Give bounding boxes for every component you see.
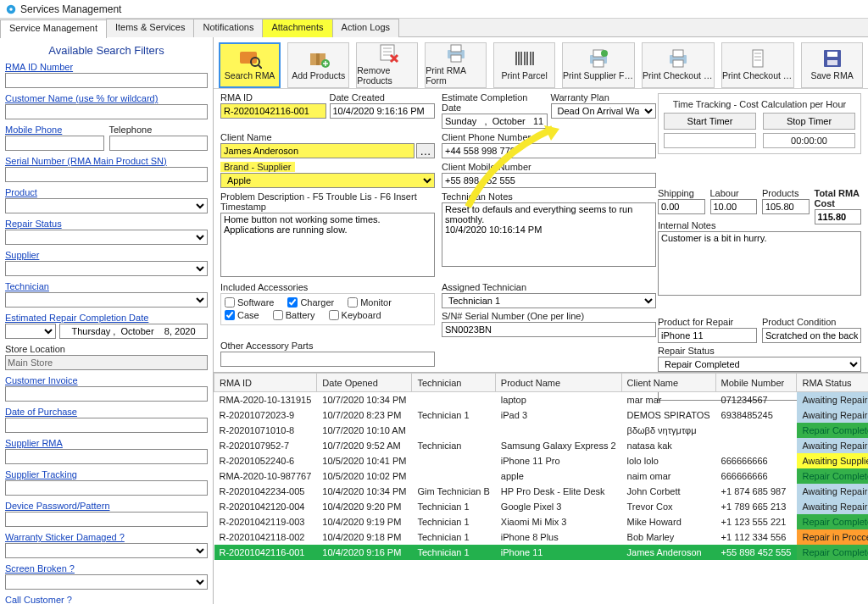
table-header[interactable]: RMA Status	[797, 374, 868, 392]
table-header[interactable]: Mobile Number	[715, 374, 797, 392]
stop-timer-button[interactable]: Stop Timer	[763, 113, 855, 130]
brand-select[interactable]: Apple	[220, 173, 435, 188]
table-row[interactable]: R-20201042234-00510/4/2020 10:34 PMGim T…	[214, 484, 869, 499]
client-lookup-button[interactable]: …	[416, 143, 435, 158]
table-row[interactable]: R-20201042118-00210/4/2020 9:18 PMTechni…	[214, 529, 869, 545]
filter-mobile[interactable]	[5, 136, 104, 151]
internal-notes-textarea[interactable]: Customer is a bit in hurry.	[658, 231, 861, 296]
label-supplier-rma[interactable]: Supplier RMA	[5, 438, 208, 448]
filter-invoice[interactable]	[5, 386, 208, 402]
label-customer-name[interactable]: Customer Name (use % for wildcard)	[5, 93, 208, 103]
repair-status-select[interactable]: Repair Completed	[658, 357, 861, 372]
tech-notes-textarea[interactable]: Reset to defauls and everything seems to…	[442, 202, 656, 267]
label-mobile[interactable]: Mobile Phone	[5, 125, 104, 135]
add-products-button[interactable]: Add Products	[287, 42, 349, 88]
filter-supplier-tracking[interactable]	[5, 480, 208, 496]
acc-battery[interactable]: Battery	[273, 310, 315, 320]
label-warranty-sticker[interactable]: Warranty Sticker Damaged ?	[5, 532, 208, 542]
print-checkout-ticket-button[interactable]: Print Checkout Ticket	[721, 42, 794, 88]
label-repair-status[interactable]: Repair Status	[5, 219, 208, 229]
filter-technician[interactable]	[5, 292, 208, 308]
label-est-date[interactable]: Estimated Repair Completion Date	[5, 313, 208, 323]
table-row[interactable]: R-20201042120-00410/4/2020 9:20 PMTechni…	[214, 499, 869, 514]
save-rma-button[interactable]: Save RMA	[801, 42, 863, 88]
filter-telephone[interactable]	[109, 136, 209, 151]
filter-purchase[interactable]	[5, 418, 208, 433]
table-row[interactable]: RMA-2020-10-13191510/7/2020 10:34 PMlapt…	[214, 392, 869, 407]
filter-screen-broken[interactable]	[5, 574, 208, 590]
acc-keyboard[interactable]: Keyboard	[329, 310, 381, 320]
acc-software[interactable]: Software	[225, 297, 274, 308]
table-row[interactable]: R-20201042119-00310/4/2020 9:19 PMTechni…	[214, 514, 869, 529]
label-rma-id[interactable]: RMA ID Number	[5, 62, 208, 72]
print-parcel-button[interactable]: Print Parcel	[493, 42, 555, 88]
filter-warranty-sticker[interactable]	[5, 543, 208, 558]
client-phone-input[interactable]	[442, 143, 656, 158]
client-name-input[interactable]	[220, 143, 415, 158]
filter-supplier-rma[interactable]	[5, 449, 208, 464]
tab-service-management[interactable]: Service Management	[0, 19, 107, 38]
label-screen-broken[interactable]: Screen Broken ?	[5, 563, 208, 574]
label-device-pw[interactable]: Device Password/Pattern	[5, 501, 208, 511]
search-rma-button[interactable]: Search RMA	[219, 42, 281, 88]
label-invoice[interactable]: Customer Invoice	[5, 375, 208, 385]
serial-input[interactable]	[442, 322, 656, 337]
print-rma-form-button[interactable]: Print RMA Form	[425, 42, 487, 88]
remove-products-button[interactable]: Remove Products	[356, 42, 418, 88]
table-header[interactable]: Client Name	[621, 374, 715, 392]
rma-id-input[interactable]	[220, 103, 326, 119]
shipping-input[interactable]	[658, 199, 705, 214]
label-technician[interactable]: Technician	[5, 281, 208, 291]
table-header[interactable]: RMA ID	[214, 374, 317, 392]
accessories-label: Included Accessories	[220, 282, 435, 292]
client-mobile-input[interactable]	[442, 173, 656, 188]
label-call-customer[interactable]: Call Customer ?	[5, 595, 208, 604]
products-cost-input[interactable]	[762, 199, 810, 214]
filter-product[interactable]	[5, 198, 208, 213]
label-purchase[interactable]: Date of Purchase	[5, 407, 208, 417]
labour-input[interactable]	[710, 199, 758, 214]
tab-items-services[interactable]: Items & Services	[106, 19, 195, 37]
filter-est-date-op[interactable]	[5, 324, 56, 339]
table-row[interactable]: R-20201071010-810/7/2020 10:10 AMβδωβδ ν…	[214, 423, 869, 438]
label-serial[interactable]: Serial Number (RMA Main Product SN)	[5, 156, 208, 166]
product-condition-input[interactable]	[762, 328, 861, 343]
filter-repair-status[interactable]	[5, 230, 208, 245]
product-for-repair-input[interactable]	[658, 328, 757, 343]
filter-serial[interactable]	[5, 167, 208, 182]
tab-action-logs[interactable]: Action Logs	[332, 19, 399, 37]
other-acc-input[interactable]	[220, 352, 435, 367]
assigned-tech-select[interactable]: Technician 1	[442, 293, 656, 308]
est-comp-input[interactable]	[442, 114, 548, 129]
filter-customer-name[interactable]	[5, 104, 208, 119]
svg-rect-6	[316, 53, 320, 65]
table-header[interactable]: Date Opened	[317, 374, 412, 392]
filter-est-date[interactable]	[59, 324, 208, 339]
table-row[interactable]: R-20201052240-610/5/2020 10:41 PMiPhone …	[214, 453, 869, 468]
label-supplier-tracking[interactable]: Supplier Tracking	[5, 469, 208, 479]
filter-supplier[interactable]	[5, 261, 208, 276]
label-supplier[interactable]: Supplier	[5, 250, 208, 260]
tab-attachments[interactable]: Attachments	[262, 19, 332, 37]
acc-case[interactable]: Case	[225, 310, 259, 320]
acc-charger[interactable]: Charger	[287, 297, 334, 308]
date-created-input[interactable]	[330, 103, 436, 119]
start-timer-button[interactable]: Start Timer	[664, 113, 756, 130]
print-checkout-form-button[interactable]: Print Checkout Form	[642, 42, 715, 88]
table-row[interactable]: RMA-2020-10-98776710/5/2020 10:02 PMappl…	[214, 468, 869, 484]
print-supplier-form-button[interactable]: Print Supplier Form	[562, 42, 635, 88]
acc-monitor[interactable]: Monitor	[348, 297, 392, 308]
table-header[interactable]: Technician	[412, 374, 495, 392]
problem-textarea[interactable]: Home button not working some times. Appl…	[220, 213, 435, 277]
table-header[interactable]: Product Name	[495, 374, 621, 392]
table-row[interactable]: R-2020107952-710/7/2020 9:52 AMTechnicia…	[214, 438, 869, 453]
label-product[interactable]: Product	[5, 187, 208, 197]
filter-device-pw[interactable]	[5, 512, 208, 527]
label-telephone: Telephone	[109, 125, 209, 135]
filter-rma-id[interactable]	[5, 73, 208, 88]
warranty-plan-select[interactable]: Dead On Arrival Warranty A	[551, 103, 657, 119]
tab-notifications[interactable]: Notifications	[193, 19, 263, 37]
table-row[interactable]: R-20201072023-910/7/2020 8:23 PMTechnici…	[214, 407, 869, 423]
table-row[interactable]: R-20201042116-00110/4/2020 9:16 PMTechni…	[214, 545, 869, 560]
rma-table-wrap[interactable]: RMA IDDate OpenedTechnicianProduct NameC…	[214, 372, 868, 604]
